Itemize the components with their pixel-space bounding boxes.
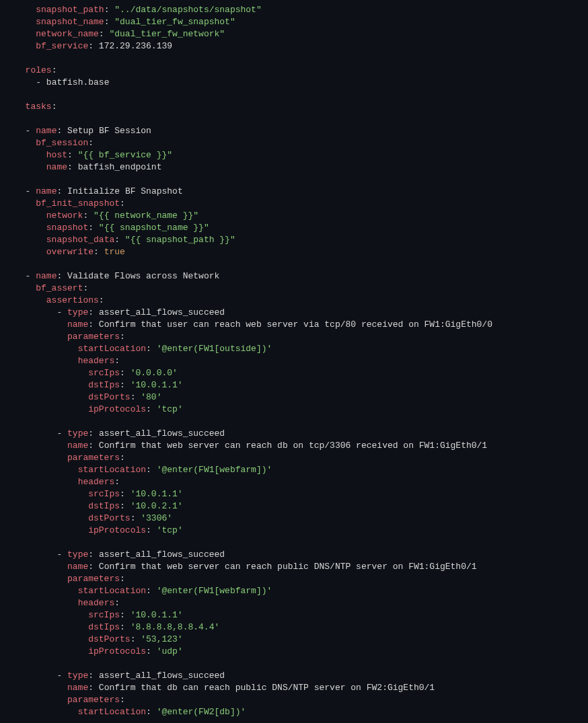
code-line: dstPorts: '53,123'	[15, 634, 183, 644]
yaml-key: startLocation	[78, 465, 146, 475]
code-line: headers:	[15, 356, 120, 366]
yaml-string: 'tcp'	[157, 404, 183, 414]
yaml-string: '@enter(FW2[db])'	[157, 707, 246, 717]
code-line: host: "{{ bf_service }}"	[15, 150, 172, 160]
code-line: bf_init_snapshot:	[15, 198, 125, 208]
yaml-key: name	[36, 186, 57, 196]
yaml-key: parameters	[67, 453, 120, 463]
code-line: name: batfish_endpoint	[15, 162, 161, 172]
yaml-key: overwrite	[46, 247, 94, 257]
yaml-key: headers	[78, 598, 115, 608]
yaml-key: name	[67, 562, 88, 572]
yaml-key: bf_init_snapshot	[36, 198, 120, 208]
code-line: name: Confirm that web server can reach …	[15, 441, 487, 451]
code-line: - name: Validate Flows across Network	[15, 271, 219, 281]
yaml-key: assertions	[46, 295, 99, 305]
code-line: ipProtocols: 'udp'	[15, 646, 183, 656]
yaml-string: "{{ snapshot_name }}"	[99, 223, 209, 233]
yaml-bool: true	[104, 247, 125, 257]
yaml-key: network_name	[36, 29, 99, 39]
yaml-key: network	[46, 211, 83, 221]
yaml-key: type	[67, 428, 88, 439]
yaml-string: '@enter(FW1[webfarm])'	[157, 586, 272, 596]
yaml-scalar: assert_all_flows_succeed	[99, 671, 225, 681]
code-line: - type: assert_all_flows_succeed	[15, 671, 225, 681]
yaml-string: '@enter(FW1[outside])'	[157, 344, 272, 354]
yaml-string: "{{ network_name }}"	[94, 211, 198, 221]
code-line: network_name: "dual_tier_fw_network"	[15, 29, 225, 39]
yaml-key: type	[67, 307, 88, 317]
yaml-scalar: Confirm that db can reach public DNS/NTP…	[99, 683, 435, 693]
yaml-key: bf_assert	[36, 283, 83, 293]
code-line: bf_service: 172.29.236.139	[15, 41, 172, 51]
yaml-key: roles	[26, 65, 52, 75]
yaml-string: '0.0.0.0'	[131, 368, 178, 378]
yaml-string: '53,123'	[141, 634, 182, 644]
yaml-string: "{{ snapshot_path }}"	[125, 235, 235, 245]
code-line: assertions:	[15, 295, 104, 305]
yaml-key: snapshot_path	[36, 5, 104, 15]
code-line: bf_assert:	[15, 283, 88, 293]
code-line: srcIps: '0.0.0.0'	[15, 368, 178, 378]
yaml-key: name	[46, 162, 67, 172]
yaml-key: dstIps	[88, 622, 120, 632]
yaml-key: parameters	[67, 332, 120, 342]
code-line: name: Confirm that web server can reach …	[15, 562, 477, 572]
yaml-key: tasks	[26, 102, 52, 112]
yaml-key: srcIps	[88, 489, 120, 499]
code-line: dstPorts: '3306'	[15, 513, 172, 523]
yaml-scalar: 172.29.236.139	[99, 41, 172, 51]
code-line: - name: Setup BF Session	[15, 126, 151, 136]
code-line: startLocation: '@enter(FW1[webfarm])'	[15, 465, 272, 475]
yaml-key: name	[36, 126, 57, 136]
yaml-key: dstPorts	[88, 634, 130, 644]
yaml-string: '3306'	[141, 513, 172, 523]
yaml-string: "{{ bf_service }}"	[78, 150, 172, 160]
code-line: srcIps: '10.0.1.1'	[15, 489, 183, 499]
yaml-string: '10.0.1.1'	[131, 380, 183, 390]
code-line: name: Confirm that user can reach web se…	[15, 319, 492, 330]
yaml-key: dstIps	[88, 501, 120, 511]
yaml-string: '10.0.1.1'	[131, 610, 183, 620]
yaml-scalar: Confirm that web server can reach db on …	[99, 441, 487, 451]
code-line: dstIps: '10.0.1.1'	[15, 380, 183, 390]
code-line: - type: assert_all_flows_succeed	[15, 428, 225, 439]
yaml-string: '@enter(FW1[webfarm])'	[157, 465, 272, 475]
yaml-string: 'udp'	[157, 646, 183, 656]
code-line: - type: assert_all_flows_succeed	[15, 307, 225, 317]
code-line: roles:	[15, 65, 57, 75]
code-line: - name: Initialize BF Snapshot	[15, 186, 183, 196]
code-line: bf_session:	[15, 138, 94, 148]
yaml-key: dstIps	[88, 380, 120, 390]
yaml-key: bf_service	[36, 41, 88, 51]
code-line: overwrite: true	[15, 247, 125, 257]
yaml-scalar: Validate Flows across Network	[67, 271, 219, 281]
yaml-key: startLocation	[78, 586, 146, 596]
yaml-key: headers	[78, 356, 115, 366]
yaml-string: '10.0.2.1'	[131, 501, 183, 511]
yaml-key: host	[46, 150, 67, 160]
yaml-code-block: snapshot_path: "../data/snapshots/snapsh…	[0, 0, 588, 722]
yaml-scalar: assert_all_flows_succeed	[99, 428, 225, 439]
yaml-string: '10.0.1.1'	[131, 489, 183, 499]
code-line: tasks:	[15, 102, 57, 112]
yaml-key: headers	[78, 477, 115, 487]
code-line: parameters:	[15, 695, 125, 705]
yaml-key: ipProtocols	[88, 646, 146, 656]
code-line: headers:	[15, 477, 120, 487]
yaml-key: dstPorts	[88, 513, 130, 523]
yaml-key: snapshot_name	[36, 17, 104, 27]
yaml-key: ipProtocols	[88, 525, 146, 535]
yaml-key: ipProtocols	[88, 404, 146, 414]
yaml-string: "dual_tier_fw_network"	[109, 29, 225, 39]
code-line: dstIps: '8.8.8.8,8.8.4.4'	[15, 622, 219, 632]
yaml-key: name	[36, 271, 57, 281]
yaml-key: srcIps	[88, 610, 120, 620]
yaml-scalar: Initialize BF Snapshot	[67, 186, 183, 196]
yaml-key: bf_session	[36, 138, 88, 148]
yaml-key: parameters	[67, 574, 120, 584]
yaml-key: srcIps	[88, 368, 120, 378]
code-line: ipProtocols: 'tcp'	[15, 404, 183, 414]
yaml-key: name	[67, 319, 88, 330]
code-line: startLocation: '@enter(FW2[db])'	[15, 707, 246, 717]
